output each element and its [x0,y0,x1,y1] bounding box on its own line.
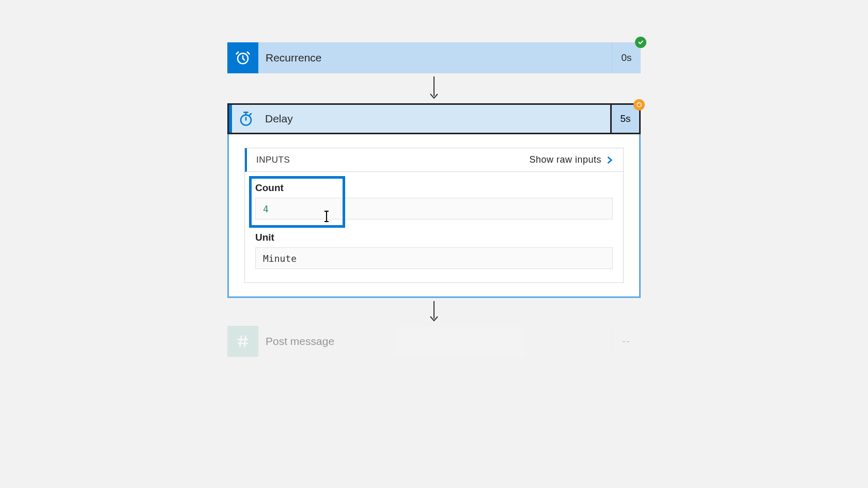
unit-field-group: Unit Minute [255,232,613,269]
svg-line-9 [244,336,246,347]
show-raw-label: Show raw inputs [529,154,601,165]
delay-title: Delay [260,105,610,133]
count-field-group: Count 4 [255,182,613,219]
delay-card[interactable]: Delay 5s INPUTS Show raw inputs Count 4 [227,103,641,298]
inputs-heading: INPUTS [256,155,290,165]
svg-line-8 [240,336,241,347]
inputs-content: Count 4 Unit Minute [245,172,623,282]
count-label: Count [255,182,613,194]
flow-arrow [428,73,440,103]
post-message-card[interactable]: Post message -- [227,326,641,357]
inputs-panel: INPUTS Show raw inputs Count 4 [244,148,624,283]
post-message-title: Post message [258,326,612,357]
post-message-icon-box [227,326,258,357]
status-running-icon [633,99,645,111]
clock-alarm-icon [235,50,251,66]
show-raw-inputs-button[interactable]: Show raw inputs [529,154,614,165]
delay-body: INPUTS Show raw inputs Count 4 [229,134,639,296]
post-message-duration: -- [612,326,641,357]
svg-point-2 [637,103,641,107]
unit-value[interactable]: Minute [255,247,613,269]
unit-label: Unit [255,232,613,243]
recurrence-icon-box [227,42,258,73]
recurrence-card[interactable]: Recurrence 0s [227,42,641,73]
hash-icon [235,334,251,349]
delay-header[interactable]: Delay 5s [227,103,641,134]
post-message-header[interactable]: Post message -- [227,326,641,357]
delay-icon-box [232,105,260,133]
recurrence-duration: 0s [612,42,641,73]
flow-arrow [428,298,440,326]
status-success-icon [635,37,646,48]
inputs-header: INPUTS Show raw inputs [245,148,623,172]
stopwatch-icon [238,111,254,127]
recurrence-header[interactable]: Recurrence 0s [227,42,641,73]
count-value[interactable]: 4 [255,198,613,219]
recurrence-title: Recurrence [258,42,612,73]
chevron-right-icon [606,155,614,165]
